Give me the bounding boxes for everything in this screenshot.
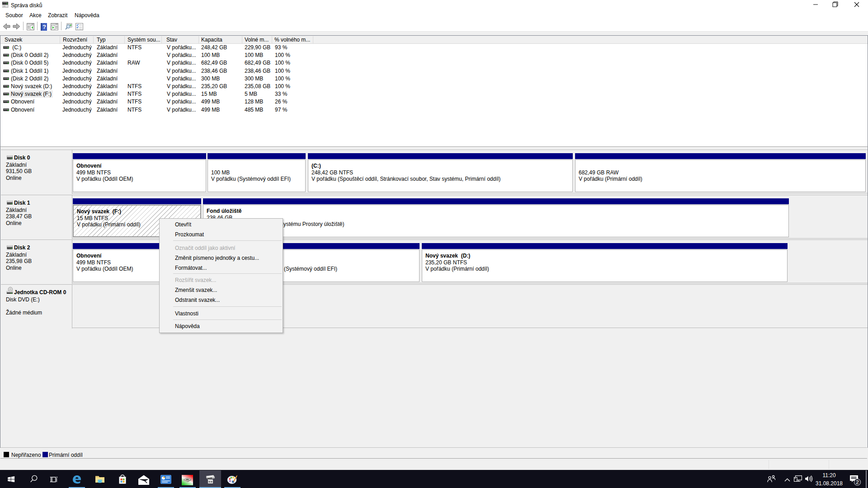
svg-text:2: 2 [856,479,859,485]
svg-text:?: ? [42,23,46,30]
